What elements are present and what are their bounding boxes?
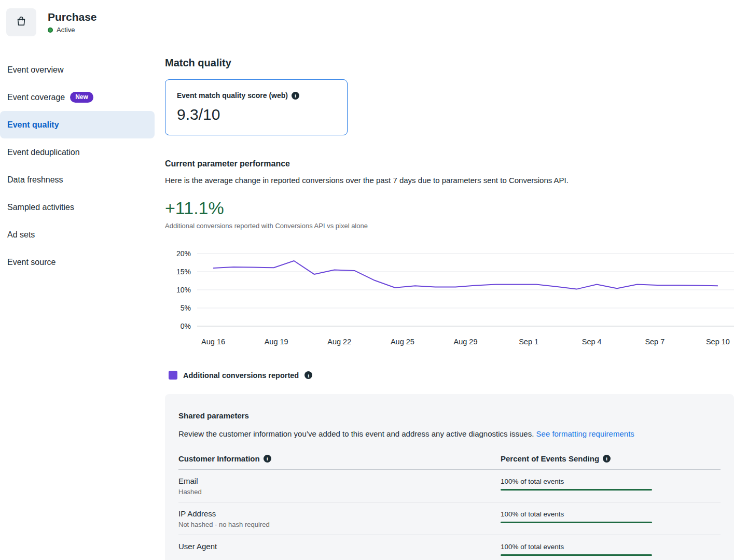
column-header-label: Customer Information <box>178 454 260 463</box>
column-percent-of-events-sending: Percent of Events Sending <box>501 454 721 463</box>
y-tick-label: 0% <box>181 322 191 330</box>
parameter-cell: User Agent <box>178 542 501 556</box>
parameter-performance-description: Here is the average change in reported c… <box>165 176 734 185</box>
column-customer-information: Customer Information <box>178 454 501 463</box>
new-badge: New <box>70 92 93 102</box>
sidebar-item-label: Sampled activities <box>7 203 74 212</box>
sidebar-item-event-overview[interactable]: Event overview <box>0 56 155 83</box>
x-tick-label: Aug 29 <box>454 338 478 346</box>
legend-swatch-icon <box>169 371 177 380</box>
status-badge: Active <box>48 26 97 34</box>
x-tick-label: Sep 4 <box>582 338 602 346</box>
event-header-text: Purchase Active <box>48 11 97 34</box>
customer-information-table: Customer Information Percent of Events S… <box>178 454 721 560</box>
chart-legend: Additional conversions reported <box>165 371 734 380</box>
sidebar-item-label: Event overview <box>7 65 64 75</box>
parameter-subtext: Not hashed - no hash required <box>178 521 501 528</box>
sidebar-item-event-source[interactable]: Event source <box>0 248 155 276</box>
chart-plot-area <box>197 248 734 331</box>
shared-parameters-heading: Shared parameters <box>178 411 721 420</box>
x-tick-label: Aug 25 <box>391 338 414 346</box>
score-card-label-row: Event match quality score (web) <box>177 91 336 100</box>
sidebar-item-label: Ad sets <box>7 230 35 240</box>
percent-text: 100% of total events <box>501 477 721 485</box>
percent-cell: 100% of total events <box>501 509 721 528</box>
legend-label: Additional conversions reported <box>183 371 299 380</box>
sidebar-item-label: Event coverage <box>7 93 65 102</box>
match-quality-score: 9.3/10 <box>177 106 336 123</box>
x-tick-label: Sep 1 <box>519 338 538 346</box>
percent-bar-track <box>501 554 652 556</box>
shared-parameters-description: Review the customer information you’ve a… <box>178 428 689 441</box>
sidebar: Event overview Event coverage New Event … <box>0 56 155 276</box>
y-tick-label: 20% <box>176 249 191 258</box>
y-tick-label: 10% <box>176 286 191 294</box>
conversion-delta-value: +11.1% <box>165 198 734 218</box>
percent-bar-fill <box>501 554 652 556</box>
table-header-row: Customer Information Percent of Events S… <box>178 454 721 470</box>
parameter-cell: Email Hashed <box>178 477 501 496</box>
percent-cell: 100% of total events <box>501 542 721 556</box>
table-row: Email Hashed 100% of total events <box>178 470 721 502</box>
sidebar-item-label: Event quality <box>7 120 59 130</box>
column-header-label: Percent of Events Sending <box>501 454 599 463</box>
percent-bar-track <box>501 522 652 523</box>
match-quality-heading: Match quality <box>165 57 734 69</box>
info-icon[interactable] <box>304 371 312 379</box>
percent-cell: 100% of total events <box>501 477 721 496</box>
parameter-name: Email <box>178 477 501 485</box>
percent-text: 100% of total events <box>501 509 721 518</box>
percent-bar-track <box>501 489 652 491</box>
chart-x-axis-spacer <box>165 331 197 350</box>
sidebar-item-event-quality[interactable]: Event quality <box>0 111 155 138</box>
percent-bar-fill <box>501 489 652 491</box>
sidebar-item-event-deduplication[interactable]: Event deduplication <box>0 138 155 166</box>
parameter-subtext: Hashed <box>178 488 501 496</box>
active-status-dot-icon <box>48 27 53 33</box>
conversions-chart: 0%5%10%15%20% Aug 16Aug 19Aug 22Aug 25Au… <box>165 248 734 350</box>
score-card-label: Event match quality score (web) <box>177 91 288 100</box>
main-content: Match quality Event match quality score … <box>165 51 734 560</box>
event-header: Purchase Active <box>6 8 97 36</box>
percent-text: 100% of total events <box>501 542 721 551</box>
x-tick-label: Sep 7 <box>645 338 664 346</box>
sidebar-item-data-freshness[interactable]: Data freshness <box>0 166 155 193</box>
info-icon[interactable] <box>603 455 611 463</box>
conversion-delta-caption: Additional conversions reported with Con… <box>165 222 734 230</box>
shopping-bag-icon <box>16 16 27 29</box>
sidebar-item-sampled-activities[interactable]: Sampled activities <box>0 193 155 221</box>
conversions-chart-svg <box>197 248 734 331</box>
sidebar-item-ad-sets[interactable]: Ad sets <box>0 221 155 248</box>
parameter-cell: IP Address Not hashed - no hash required <box>178 509 501 528</box>
chart-x-axis: Aug 16Aug 19Aug 22Aug 25Aug 29Sep 1Sep 4… <box>197 331 734 350</box>
parameter-performance-heading: Current parameter performance <box>165 159 734 169</box>
parameter-name: User Agent <box>178 542 501 551</box>
x-tick-label: Sep 10 <box>706 338 730 346</box>
match-quality-score-card: Event match quality score (web) 9.3/10 <box>165 79 348 135</box>
table-row: IP Address Not hashed - no hash required… <box>178 502 721 535</box>
shared-parameters-section: Shared parameters Review the customer in… <box>165 394 734 560</box>
y-tick-label: 5% <box>181 304 191 312</box>
parameter-name: IP Address <box>178 509 501 518</box>
percent-bar-fill <box>501 522 652 523</box>
shared-parameters-description-text: Review the customer information you’ve a… <box>178 429 536 438</box>
status-label: Active <box>57 26 75 34</box>
chart-y-axis: 0%5%10%15%20% <box>165 248 197 331</box>
sidebar-item-event-coverage[interactable]: Event coverage New <box>0 83 155 111</box>
info-icon[interactable] <box>292 92 299 100</box>
x-tick-label: Aug 16 <box>201 338 225 346</box>
x-tick-label: Aug 22 <box>327 338 351 346</box>
event-type-icon-box <box>6 8 36 36</box>
sidebar-item-label: Event deduplication <box>7 148 80 157</box>
x-tick-label: Aug 19 <box>265 338 288 346</box>
info-icon[interactable] <box>264 455 271 463</box>
sidebar-item-label: Data freshness <box>7 175 63 185</box>
sidebar-item-label: Event source <box>7 258 56 267</box>
table-row: User Agent 100% of total events <box>178 535 721 560</box>
page-title: Purchase <box>48 11 97 23</box>
y-tick-label: 15% <box>176 268 191 276</box>
see-formatting-requirements-link[interactable]: See formatting requirements <box>536 429 634 438</box>
